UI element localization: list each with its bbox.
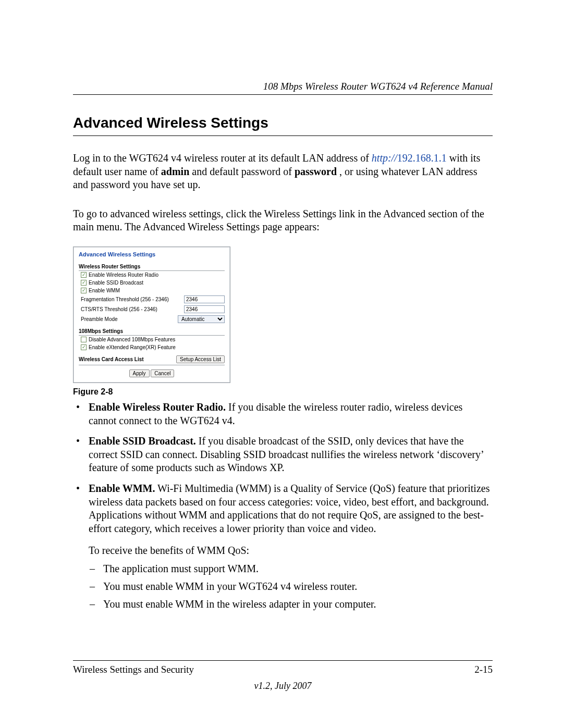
link-scheme: http:// bbox=[372, 152, 397, 164]
footer-rule bbox=[73, 660, 493, 661]
footer-version: v1.2, July 2007 bbox=[73, 681, 493, 692]
checkbox-enable-xr[interactable]: ✓ bbox=[81, 344, 87, 350]
text: and default password of bbox=[192, 166, 295, 177]
bullet-enable-radio: Enable Wireless Router Radio. If you dis… bbox=[73, 401, 493, 427]
default-lan-link[interactable]: http:// bbox=[372, 152, 397, 164]
checkbox-label: Enable eXtended Range(XR) Feature bbox=[89, 344, 176, 350]
cts-rts-threshold-input[interactable] bbox=[184, 305, 225, 313]
row-disable-108: Disable Advanced 108Mbps Features bbox=[79, 336, 225, 343]
bullet-title: Enable SSID Broadcast. bbox=[89, 435, 196, 447]
checkbox-enable-wmm[interactable]: ✓ bbox=[81, 288, 87, 293]
fragmentation-threshold-input[interactable] bbox=[184, 295, 225, 303]
section-title: Advanced Wireless Settings bbox=[73, 115, 493, 136]
row-cts-rts-threshold: CTS/RTS Threshold (256 - 2346) bbox=[79, 304, 225, 314]
checkbox-enable-ssid[interactable]: ✓ bbox=[81, 280, 87, 286]
field-label: CTS/RTS Threshold (256 - 2346) bbox=[81, 306, 181, 312]
default-password: password bbox=[295, 166, 337, 177]
default-lan-host[interactable]: 192.168.1.1 bbox=[397, 152, 447, 164]
figure-caption: Figure 2-8 bbox=[73, 387, 493, 397]
bullet-enable-wmm: Enable WMM. Wi-Fi Multimedia (WMM) is a … bbox=[73, 482, 493, 611]
row-preamble-mode: Preamble Mode Automatic bbox=[79, 314, 225, 324]
row-enable-xr: ✓ Enable eXtended Range(XR) Feature bbox=[79, 343, 225, 351]
wmm-subpara: To receive the benefits of WMM QoS: bbox=[89, 544, 493, 557]
group-wireless-router-settings: Wireless Router Settings bbox=[79, 264, 225, 271]
apply-button[interactable]: Apply bbox=[129, 369, 150, 377]
list-item: The application must support WMM. bbox=[89, 561, 493, 576]
checkbox-label: Disable Advanced 108Mbps Features bbox=[89, 337, 175, 342]
bullet-title: Enable WMM. bbox=[89, 483, 155, 494]
intro-paragraph-2: To go to advanced wireless settings, cli… bbox=[73, 207, 493, 234]
setup-access-list-button[interactable]: Setup Access List bbox=[176, 355, 225, 363]
field-label: Fragmentation Threshold (256 - 2346) bbox=[81, 297, 181, 302]
panel-button-row: Apply Cancel bbox=[79, 369, 225, 377]
row-fragmentation-threshold: Fragmentation Threshold (256 - 2346) bbox=[79, 294, 225, 304]
document-page: 108 Mbps Wireless Router WGT624 v4 Refer… bbox=[0, 0, 563, 728]
row-enable-wmm: ✓ Enable WMM bbox=[79, 287, 225, 294]
field-label: Preamble Mode bbox=[81, 316, 175, 322]
checkbox-label: Enable SSID Broadcast bbox=[89, 280, 143, 286]
router-settings-panel: Advanced Wireless Settings Wireless Rout… bbox=[73, 246, 230, 383]
running-header: 108 Mbps Wireless Router WGT624 v4 Refer… bbox=[73, 81, 493, 95]
footer-page-number: 2-15 bbox=[474, 664, 493, 675]
row-enable-radio: ✓ Enable Wireless Router Radio bbox=[79, 271, 225, 279]
group-108mbps-settings: 108Mbps Settings bbox=[79, 328, 225, 336]
intro-paragraph-1: Log in to the WGT624 v4 wireless router … bbox=[73, 152, 493, 192]
footer-left: Wireless Settings and Security bbox=[73, 664, 194, 675]
feature-bullet-list: Enable Wireless Router Radio. If you dis… bbox=[73, 401, 493, 611]
list-item: You must enable WMM in your WGT624 v4 wi… bbox=[89, 579, 493, 594]
panel-title: Advanced Wireless Settings bbox=[79, 251, 225, 257]
checkbox-disable-108[interactable] bbox=[81, 337, 87, 342]
text: Log in to the WGT624 v4 wireless router … bbox=[73, 152, 372, 164]
page-footer: Wireless Settings and Security 2-15 v1.2… bbox=[73, 660, 493, 692]
default-username: admin bbox=[161, 166, 189, 177]
row-wireless-card-access-list: Wireless Card Access List Setup Access L… bbox=[79, 355, 225, 365]
checkbox-enable-radio[interactable]: ✓ bbox=[81, 272, 87, 278]
checkbox-label: Enable Wireless Router Radio bbox=[89, 272, 158, 278]
preamble-mode-select[interactable]: Automatic bbox=[178, 315, 225, 323]
bullet-title: Enable Wireless Router Radio. bbox=[89, 401, 226, 413]
checkbox-label: Enable WMM bbox=[89, 288, 120, 293]
wmm-requirements-list: The application must support WMM. You mu… bbox=[89, 561, 493, 611]
access-list-label: Wireless Card Access List bbox=[79, 356, 176, 362]
cancel-button[interactable]: Cancel bbox=[151, 369, 174, 377]
row-enable-ssid: ✓ Enable SSID Broadcast bbox=[79, 279, 225, 287]
bullet-enable-ssid: Enable SSID Broadcast. If you disable br… bbox=[73, 435, 493, 475]
list-item: You must enable WMM in the wireless adap… bbox=[89, 597, 493, 611]
